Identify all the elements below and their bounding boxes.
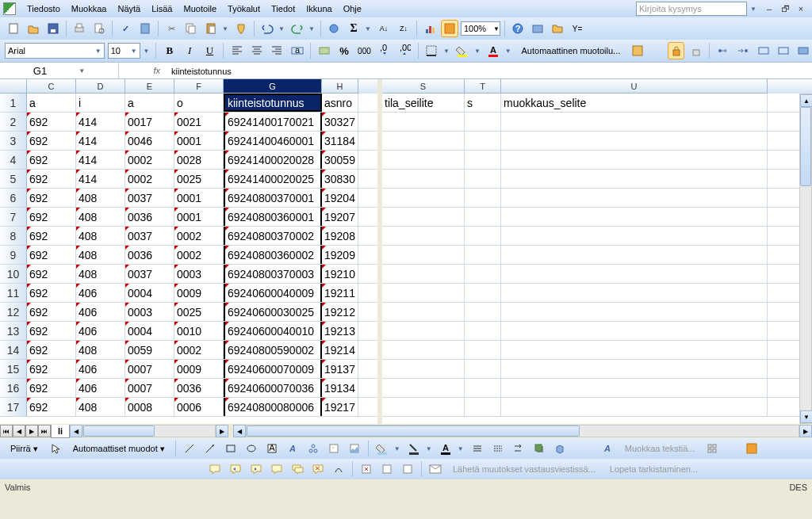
cell[interactable]: 69240800360002 [224,246,322,264]
cell[interactable]: 0046 [125,132,174,150]
save-icon[interactable] [44,20,62,37]
row-header[interactable]: 3 [0,132,27,150]
cell[interactable]: o [174,93,224,112]
oval-icon[interactable] [243,440,260,457]
cell[interactable]: 69240600040010 [224,322,322,340]
cell[interactable] [465,132,501,150]
cell[interactable] [501,379,768,397]
cell[interactable]: 30327 [322,113,358,131]
row-header[interactable]: 9 [0,246,27,264]
cell[interactable] [382,227,465,245]
cell[interactable] [465,360,501,378]
bold-icon[interactable]: B [161,42,178,59]
dropdown-icon[interactable]: ▼ [750,6,760,13]
align-right-icon[interactable] [269,42,285,59]
menu-tools[interactable]: Työkalut [223,2,265,15]
underline-icon[interactable]: U [201,42,218,59]
italic-icon[interactable]: I [181,42,197,59]
cell[interactable] [501,246,768,264]
cell[interactable] [465,284,501,302]
menu-view[interactable]: Näytä [113,2,145,15]
tab-nav[interactable]: ⏮ ◀ ▶ ⏭ [0,425,51,437]
cell[interactable] [382,151,465,169]
cell[interactable] [465,265,501,283]
cell[interactable]: 0004 [125,322,174,340]
dropdown-icon[interactable]: ▼ [278,25,286,32]
name-box[interactable]: G1▼ [0,63,119,78]
menu-data[interactable]: Tiedot [266,2,300,15]
unlock-icon[interactable] [688,42,704,59]
new-icon[interactable] [5,20,22,37]
tab-last-icon[interactable]: ⏭ [38,425,51,437]
cell[interactable]: 692 [27,322,76,340]
cell-style-icon[interactable] [629,42,645,59]
textbox-icon[interactable]: A [263,440,281,457]
wordart-edit-icon[interactable]: A [599,440,616,457]
cell[interactable]: 406 [76,303,125,321]
sort-asc-icon[interactable]: A↓ [375,20,393,37]
draw-menu[interactable]: Piirrä ▾ [5,441,44,456]
show-all-comments-icon[interactable] [289,460,306,478]
cell[interactable] [501,303,768,321]
dropdown-icon[interactable]: ▼ [443,48,451,55]
cell[interactable] [382,360,465,378]
cell[interactable]: 414 [76,113,125,131]
column-header[interactable]: U [501,79,768,93]
insert-picture-icon[interactable] [346,440,363,457]
row-header[interactable]: 15 [0,360,27,378]
cell[interactable]: 0037 [125,189,174,207]
cell[interactable] [465,246,501,264]
cell[interactable]: 0001 [174,132,224,150]
undo-icon[interactable] [259,20,276,37]
cell[interactable]: 0006 [174,398,224,416]
cell[interactable] [465,341,501,359]
show-ink-icon[interactable] [330,460,347,478]
cell[interactable]: a [125,93,174,112]
cell[interactable] [382,284,465,302]
cell[interactable] [382,265,465,283]
cell[interactable] [465,170,501,188]
autoshapes-menu[interactable]: Automaattiset muodot ▾ [67,441,170,456]
3d-icon[interactable] [551,440,569,457]
cell[interactable]: 0037 [125,265,174,283]
cell[interactable]: 19214 [322,341,358,359]
cell[interactable]: 0008 [125,398,174,416]
fx-icon[interactable]: fx [119,66,167,75]
cell[interactable]: 0001 [174,189,224,207]
cell[interactable]: 19217 [322,398,358,416]
format-painter-icon[interactable] [232,20,250,37]
cell[interactable]: 408 [76,208,125,226]
hyperlink-icon[interactable] [325,20,343,37]
currency-icon[interactable] [316,42,332,59]
cell[interactable]: 408 [76,341,125,359]
minimize-button[interactable]: – [763,3,776,14]
cell[interactable]: 0037 [125,227,174,245]
cell[interactable]: 692 [27,227,76,245]
cell[interactable]: asnro [322,93,358,112]
cell[interactable]: 0002 [174,246,224,264]
cell[interactable]: 408 [76,227,125,245]
cell[interactable] [501,360,768,378]
align-center-icon[interactable] [248,42,265,59]
zoom-box[interactable]: 100%▼ [461,21,500,36]
comma-icon[interactable]: 000 [356,42,373,59]
cell[interactable]: 0002 [174,227,224,245]
tab-first-icon[interactable]: ⏮ [0,425,13,437]
dropdown-icon[interactable]: ▼ [458,445,465,452]
font-name-combo[interactable]: Arial▼ [5,43,105,59]
cell[interactable]: 0003 [125,303,174,321]
dropdown-icon[interactable]: ▼ [308,25,316,32]
cell[interactable] [501,151,768,169]
cell[interactable] [382,170,465,188]
cell[interactable]: 692 [27,208,76,226]
cell[interactable] [465,322,501,340]
cell[interactable] [465,303,501,321]
cell[interactable]: 0036 [125,208,174,226]
cell[interactable]: 19212 [322,303,358,321]
cell[interactable]: 406 [76,379,125,397]
cell[interactable]: 0007 [125,379,174,397]
print-icon[interactable] [71,20,88,37]
arrow-style-icon[interactable] [510,440,527,457]
font-size-combo[interactable]: 10▼ [108,43,140,59]
chart-icon[interactable] [421,20,439,37]
